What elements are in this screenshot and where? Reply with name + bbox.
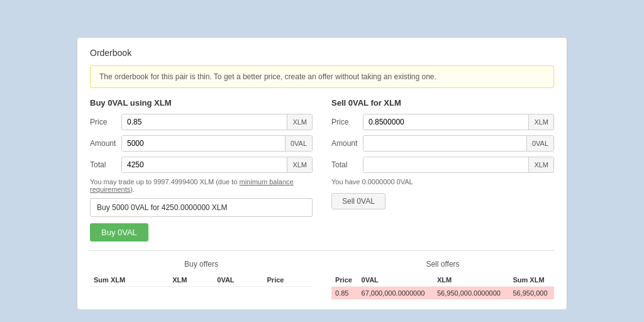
sell-total-row: Total XLM [331,157,554,173]
sell-amount-suffix: 0VAL [526,136,553,151]
card-title: Orderbook [90,48,554,58]
section-divider [90,250,554,251]
buy-amount-input[interactable] [122,136,285,151]
sell-offers-table: Price 0VAL XLM Sum XLM 0.8567,000,000.00… [331,274,554,299]
buy-offers-col-oval: 0VAL [213,274,263,287]
sell-offers-col-xlm: XLM [433,274,509,287]
sell-amount-label: Amount [331,139,363,148]
sell-amount-row: Amount 0VAL [331,135,554,152]
buy-offers-table: Sum XLM XLM 0VAL Price [90,274,313,287]
sell-offers-col-sumxlm: Sum XLM [509,274,554,287]
buy-title: Buy 0VAL using XLM [90,98,313,108]
buy-button[interactable]: Buy 0VAL [90,223,148,242]
buy-total-suffix: XLM [287,157,312,172]
buy-total-row: Total XLM [90,157,313,173]
buy-total-label: Total [90,160,121,169]
buy-amount-input-wrapper: 0VAL [121,135,313,152]
page-container: STEP 17 (fill) ➤ STEP 18 (click) ➤ Order… [13,13,631,322]
buy-offers-col-price: Price [264,274,313,287]
buy-preview-box: Buy 5000 0VAL for 4250.0000000 XLM [90,198,313,217]
trading-columns: Buy 0VAL using XLM Price XLM Amount 0VAL [90,98,554,242]
buy-total-input-wrapper: XLM [121,157,313,173]
sell-price-label: Price [331,118,363,126]
buy-price-input[interactable] [122,114,287,130]
sell-offers-col-price: Price [331,274,358,287]
buy-offers-col-sumxlm: Sum XLM [90,274,169,287]
sell-offers-col: Sell offers Price 0VAL XLM Sum XLM 0.856… [331,260,554,299]
sell-info-text: You have 0.0000000 0VAL [331,178,554,188]
sell-offers-tbody: 0.8567,000,000.000000056,950,000.0000000… [331,287,554,300]
sell-total-input[interactable] [364,157,528,172]
buy-offers-col: Buy offers Sum XLM XLM 0VAL Price [90,260,313,299]
sell-total-suffix: XLM [528,157,553,172]
buy-amount-row: Amount 0VAL [90,135,313,152]
sell-price-input[interactable] [364,114,528,130]
buy-column: Buy 0VAL using XLM Price XLM Amount 0VAL [90,98,313,242]
sell-offers-col-oval: 0VAL [358,274,433,287]
orderbook-card: Orderbook The orderbook for this pair is… [77,37,567,310]
sell-button[interactable]: Sell 0VAL [331,193,386,209]
buy-price-input-wrapper: XLM [121,114,313,130]
buy-total-input[interactable] [122,157,287,172]
buy-price-label: Price [90,118,121,126]
sell-total-label: Total [331,160,363,169]
buy-amount-suffix: 0VAL [285,136,312,151]
offers-section: Buy offers Sum XLM XLM 0VAL Price [90,260,554,299]
sell-price-row: Price XLM [331,114,554,130]
sell-offers-title: Sell offers [331,260,554,269]
alert-message: The orderbook for this pair is thin. To … [90,65,554,88]
table-row[interactable]: 0.8567,000,000.000000056,950,000.0000000… [331,287,554,300]
buy-price-suffix: XLM [287,114,312,130]
sell-amount-input-wrapper: 0VAL [363,135,554,152]
sell-column: Sell 0VAL for XLM Price XLM Amount 0VAL [331,98,554,242]
sell-price-input-wrapper: XLM [363,114,554,130]
buy-amount-label: Amount [90,139,121,148]
buy-price-row: Price XLM [90,114,313,130]
buy-info-text: You may trade up to 9997.4999400 XLM (du… [90,178,313,193]
buy-offers-col-xlm: XLM [169,274,213,287]
sell-title: Sell 0VAL for XLM [331,98,554,108]
sell-amount-input[interactable] [364,136,526,151]
sell-total-input-wrapper: XLM [363,157,554,173]
buy-offers-title: Buy offers [90,260,313,269]
sell-price-suffix: XLM [528,114,553,130]
